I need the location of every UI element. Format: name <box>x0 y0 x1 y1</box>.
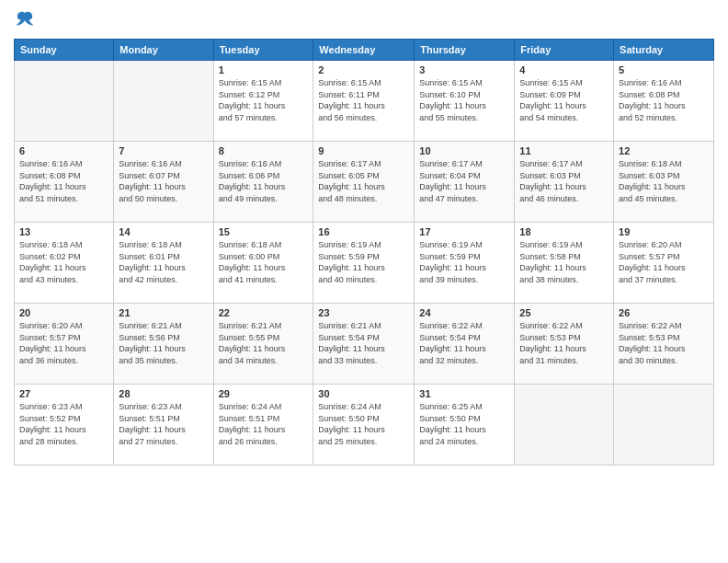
day-info: Sunrise: 6:16 AMSunset: 6:08 PMDaylight:… <box>619 77 709 123</box>
calendar-cell: 25Sunrise: 6:22 AMSunset: 5:53 PMDayligh… <box>515 304 614 385</box>
calendar-cell: 31Sunrise: 6:25 AMSunset: 5:50 PMDayligh… <box>415 385 515 465</box>
calendar-cell: 6Sunrise: 6:16 AMSunset: 6:08 PMDaylight… <box>15 142 114 223</box>
day-info: Sunrise: 6:21 AMSunset: 5:55 PMDaylight:… <box>219 320 309 366</box>
day-number: 20 <box>19 307 108 318</box>
day-info: Sunrise: 6:15 AMSunset: 6:09 PMDaylight:… <box>519 77 609 123</box>
day-info: Sunrise: 6:22 AMSunset: 5:54 PMDaylight:… <box>419 320 509 366</box>
day-number: 16 <box>318 226 409 237</box>
day-number: 27 <box>19 388 108 399</box>
day-info: Sunrise: 6:18 AMSunset: 6:01 PMDaylight:… <box>119 239 208 285</box>
calendar-cell: 10Sunrise: 6:17 AMSunset: 6:04 PMDayligh… <box>415 142 515 223</box>
calendar-week-row: 27Sunrise: 6:23 AMSunset: 5:52 PMDayligh… <box>15 385 714 465</box>
day-number: 1 <box>219 64 309 75</box>
day-number: 6 <box>19 145 108 156</box>
day-number: 14 <box>119 226 208 237</box>
weekday-header-saturday: Saturday <box>614 40 714 61</box>
calendar-week-row: 20Sunrise: 6:20 AMSunset: 5:57 PMDayligh… <box>15 304 714 385</box>
calendar-cell: 17Sunrise: 6:19 AMSunset: 5:59 PMDayligh… <box>415 223 515 304</box>
calendar-cell: 11Sunrise: 6:17 AMSunset: 6:03 PMDayligh… <box>515 142 614 223</box>
day-number: 28 <box>119 388 208 399</box>
day-info: Sunrise: 6:18 AMSunset: 6:00 PMDaylight:… <box>219 239 309 285</box>
calendar-cell: 26Sunrise: 6:22 AMSunset: 5:53 PMDayligh… <box>614 304 714 385</box>
calendar-cell <box>15 61 114 142</box>
day-number: 21 <box>119 307 208 318</box>
page-container: SundayMondayTuesdayWednesdayThursdayFrid… <box>0 0 728 563</box>
day-info: Sunrise: 6:23 AMSunset: 5:51 PMDaylight:… <box>119 401 208 447</box>
day-info: Sunrise: 6:15 AMSunset: 6:10 PMDaylight:… <box>419 77 509 123</box>
calendar-cell <box>114 61 213 142</box>
calendar-cell: 28Sunrise: 6:23 AMSunset: 5:51 PMDayligh… <box>114 385 213 465</box>
header <box>14 9 714 31</box>
calendar-cell: 18Sunrise: 6:19 AMSunset: 5:58 PMDayligh… <box>515 223 614 304</box>
day-info: Sunrise: 6:17 AMSunset: 6:03 PMDaylight:… <box>519 158 609 204</box>
day-info: Sunrise: 6:17 AMSunset: 6:05 PMDaylight:… <box>318 158 409 204</box>
day-info: Sunrise: 6:22 AMSunset: 5:53 PMDaylight:… <box>519 320 609 366</box>
day-number: 12 <box>619 145 709 156</box>
calendar-table: SundayMondayTuesdayWednesdayThursdayFrid… <box>14 39 714 465</box>
day-info: Sunrise: 6:19 AMSunset: 5:59 PMDaylight:… <box>419 239 509 285</box>
day-number: 7 <box>119 145 208 156</box>
calendar-cell: 23Sunrise: 6:21 AMSunset: 5:54 PMDayligh… <box>313 304 415 385</box>
calendar-cell: 9Sunrise: 6:17 AMSunset: 6:05 PMDaylight… <box>313 142 415 223</box>
calendar-week-row: 1Sunrise: 6:15 AMSunset: 6:12 PMDaylight… <box>15 61 714 142</box>
day-number: 30 <box>318 388 409 399</box>
day-info: Sunrise: 6:21 AMSunset: 5:54 PMDaylight:… <box>318 320 409 366</box>
day-number: 18 <box>519 226 609 237</box>
day-number: 24 <box>419 307 509 318</box>
day-info: Sunrise: 6:16 AMSunset: 6:07 PMDaylight:… <box>119 158 208 204</box>
calendar-cell: 12Sunrise: 6:18 AMSunset: 6:03 PMDayligh… <box>614 142 714 223</box>
day-number: 3 <box>419 64 509 75</box>
day-info: Sunrise: 6:15 AMSunset: 6:12 PMDaylight:… <box>219 77 309 123</box>
calendar-cell <box>515 385 614 465</box>
weekday-header-thursday: Thursday <box>415 40 515 61</box>
day-number: 10 <box>419 145 509 156</box>
day-number: 4 <box>519 64 609 75</box>
weekday-header-row: SundayMondayTuesdayWednesdayThursdayFrid… <box>15 40 714 61</box>
calendar-cell: 5Sunrise: 6:16 AMSunset: 6:08 PMDaylight… <box>614 61 714 142</box>
calendar-cell: 8Sunrise: 6:16 AMSunset: 6:06 PMDaylight… <box>213 142 313 223</box>
day-info: Sunrise: 6:18 AMSunset: 6:02 PMDaylight:… <box>19 239 108 285</box>
day-number: 22 <box>219 307 309 318</box>
day-info: Sunrise: 6:24 AMSunset: 5:50 PMDaylight:… <box>318 401 409 447</box>
day-info: Sunrise: 6:17 AMSunset: 6:04 PMDaylight:… <box>419 158 509 204</box>
day-number: 23 <box>318 307 409 318</box>
day-number: 29 <box>219 388 309 399</box>
day-number: 31 <box>419 388 509 399</box>
calendar-cell: 20Sunrise: 6:20 AMSunset: 5:57 PMDayligh… <box>15 304 114 385</box>
calendar-week-row: 6Sunrise: 6:16 AMSunset: 6:08 PMDaylight… <box>15 142 714 223</box>
calendar-cell: 14Sunrise: 6:18 AMSunset: 6:01 PMDayligh… <box>114 223 213 304</box>
calendar-cell: 21Sunrise: 6:21 AMSunset: 5:56 PMDayligh… <box>114 304 213 385</box>
calendar-cell: 15Sunrise: 6:18 AMSunset: 6:00 PMDayligh… <box>213 223 313 304</box>
weekday-header-friday: Friday <box>515 40 614 61</box>
day-number: 26 <box>619 307 709 318</box>
day-info: Sunrise: 6:23 AMSunset: 5:52 PMDaylight:… <box>19 401 108 447</box>
day-info: Sunrise: 6:20 AMSunset: 5:57 PMDaylight:… <box>19 320 108 366</box>
calendar-cell: 4Sunrise: 6:15 AMSunset: 6:09 PMDaylight… <box>515 61 614 142</box>
calendar-cell: 22Sunrise: 6:21 AMSunset: 5:55 PMDayligh… <box>213 304 313 385</box>
day-info: Sunrise: 6:20 AMSunset: 5:57 PMDaylight:… <box>619 239 709 285</box>
weekday-header-tuesday: Tuesday <box>213 40 313 61</box>
day-number: 11 <box>519 145 609 156</box>
calendar-week-row: 13Sunrise: 6:18 AMSunset: 6:02 PMDayligh… <box>15 223 714 304</box>
calendar-cell <box>614 385 714 465</box>
calendar-cell: 16Sunrise: 6:19 AMSunset: 5:59 PMDayligh… <box>313 223 415 304</box>
day-number: 9 <box>318 145 409 156</box>
day-info: Sunrise: 6:16 AMSunset: 6:06 PMDaylight:… <box>219 158 309 204</box>
day-info: Sunrise: 6:25 AMSunset: 5:50 PMDaylight:… <box>419 401 509 447</box>
day-number: 5 <box>619 64 709 75</box>
calendar-cell: 1Sunrise: 6:15 AMSunset: 6:12 PMDaylight… <box>213 61 313 142</box>
weekday-header-sunday: Sunday <box>15 40 114 61</box>
day-number: 25 <box>519 307 609 318</box>
logo-bird-icon <box>14 9 36 31</box>
day-number: 19 <box>619 226 709 237</box>
calendar-cell: 7Sunrise: 6:16 AMSunset: 6:07 PMDaylight… <box>114 142 213 223</box>
weekday-header-monday: Monday <box>114 40 213 61</box>
day-info: Sunrise: 6:18 AMSunset: 6:03 PMDaylight:… <box>619 158 709 204</box>
calendar-cell: 29Sunrise: 6:24 AMSunset: 5:51 PMDayligh… <box>213 385 313 465</box>
day-number: 8 <box>219 145 309 156</box>
calendar-cell: 19Sunrise: 6:20 AMSunset: 5:57 PMDayligh… <box>614 223 714 304</box>
day-info: Sunrise: 6:15 AMSunset: 6:11 PMDaylight:… <box>318 77 409 123</box>
calendar-cell: 2Sunrise: 6:15 AMSunset: 6:11 PMDaylight… <box>313 61 415 142</box>
day-info: Sunrise: 6:21 AMSunset: 5:56 PMDaylight:… <box>119 320 208 366</box>
day-number: 13 <box>19 226 108 237</box>
